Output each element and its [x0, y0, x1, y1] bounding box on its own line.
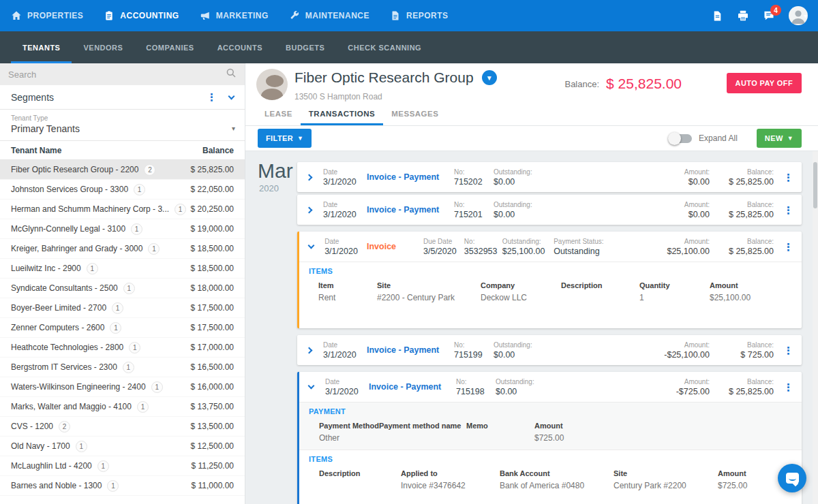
tenant-list-item[interactable]: Bergstrom IT Services - 2300 1 $ 16,500.…: [0, 358, 245, 377]
row-menu-icon[interactable]: ⋮: [783, 205, 793, 215]
tenant-list-item[interactable]: Waters-Wilkinson Engineering - 2400 1 $ …: [0, 377, 245, 397]
outstanding-label: Outstanding:: [494, 168, 547, 176]
tab-check-scanning[interactable]: CHECK SCANNING: [336, 31, 433, 63]
tenant-count-badge: 1: [97, 460, 109, 472]
tenant-list-item[interactable]: CVS - 1200 2 $ 13,500.00: [0, 417, 245, 437]
auto-pay-off-button[interactable]: AUTO PAY OFF: [727, 73, 802, 93]
collapse-chevron-icon[interactable]: [308, 242, 315, 249]
tenant-list-item[interactable]: Herman and Schumm Machinery Corp - 3... …: [0, 200, 245, 219]
tenant-list-item[interactable]: Syndicate Consultants - 2500 1 $ 18,000.…: [0, 279, 245, 298]
row-menu-icon[interactable]: ⋮: [783, 172, 793, 183]
outstanding-label: Outstanding:: [496, 378, 549, 385]
printer-icon[interactable]: [737, 10, 749, 22]
tenant-list-item[interactable]: Lueilwitz Inc - 2900 1 $ 18,500.00: [0, 259, 245, 279]
items-cell: 1: [639, 292, 710, 305]
nav-item-label: ACCOUNTING: [120, 11, 179, 20]
payment-status-value: Outstanding: [554, 247, 652, 256]
row-menu-icon[interactable]: ⋮: [783, 242, 793, 252]
tab-vendors[interactable]: VENDORS: [72, 31, 134, 63]
transaction-card: Date3/1/2020 Invoice - Payment No:715199…: [297, 335, 802, 365]
nav-item-marketing[interactable]: MARKETING: [200, 10, 269, 21]
new-button[interactable]: NEW ▼: [757, 129, 802, 148]
balance-value: $ 25,825.00: [721, 247, 774, 256]
tab-companies[interactable]: COMPANIES: [134, 31, 205, 63]
tenant-list-item[interactable]: Zenner Computers - 2600 1 $ 17,500.00: [0, 318, 245, 338]
payment-section-label: PAYMENT: [309, 407, 792, 415]
segments-menu-icon[interactable]: ⋮: [207, 92, 217, 102]
nav-item-maintenance[interactable]: MAINTENANCE: [289, 10, 369, 21]
tenant-list-item[interactable]: Kreiger, Bahringer and Grady - 3000 1 $ …: [0, 239, 245, 259]
home-icon: [11, 10, 22, 21]
tenant-type-select[interactable]: Tenant Type Primary Tenants ▾: [0, 110, 245, 141]
year: 2020: [259, 183, 293, 193]
search-icon: [226, 67, 237, 81]
date-value: 3/1/2020: [323, 210, 367, 219]
tenant-name: McGlynn-Connelly Legal - 3100: [11, 224, 125, 234]
items-cell: $25,100.00: [710, 292, 792, 305]
balance-value: $ 25,825.00: [721, 177, 774, 187]
transaction-type-link[interactable]: Invoice - Payment: [367, 205, 439, 215]
balance-label: Balance:: [721, 378, 774, 385]
tenant-balance: $ 18,500.00: [191, 264, 234, 273]
items-col-header: Bank Account: [500, 467, 614, 479]
new-button-label: NEW: [765, 134, 783, 142]
collapse-chevron-icon[interactable]: [308, 383, 315, 390]
search-input[interactable]: [8, 69, 226, 80]
tenant-balance: $ 12,500.00: [191, 441, 234, 451]
account-menu[interactable]: ▾: [789, 6, 807, 25]
tab-messages[interactable]: MESSAGES: [383, 104, 446, 125]
tenant-list-item[interactable]: Johnston Services Group - 3300 1 $ 22,05…: [0, 180, 245, 200]
nav-item-accounting[interactable]: ACCOUNTING: [104, 10, 179, 21]
tenant-address: 13500 S Hampton Road: [294, 92, 382, 101]
amount-value: -$725.00: [652, 387, 710, 396]
messages-icon[interactable]: 4: [763, 10, 775, 22]
tenant-list-item[interactable]: Boyer-Beer Limited - 2700 1 $ 17,500.00: [0, 298, 245, 318]
tenant-list-item[interactable]: Old Navy - 1700 1 $ 12,500.00: [0, 437, 245, 456]
row-menu-icon[interactable]: ⋮: [783, 382, 793, 392]
nav-item-properties[interactable]: PROPERTIES: [11, 10, 83, 21]
no-label: No:: [454, 341, 494, 349]
balance-label: Balance:: [721, 238, 774, 245]
scrollbar[interactable]: [813, 151, 818, 504]
tab-tenants[interactable]: TENANTS: [11, 31, 72, 63]
filter-button[interactable]: FILTER ▼: [258, 129, 312, 148]
tenant-list-item[interactable]: Barnes and Noble - 1300 1 $ 11,000.00: [0, 476, 245, 496]
transaction-type-link[interactable]: Invoice - Payment: [367, 172, 439, 182]
tenant-count-badge: 1: [134, 184, 145, 195]
nav-item-reports[interactable]: REPORTS: [390, 10, 449, 21]
balance-label: Balance:: [564, 79, 599, 89]
payment-col-header: Amount: [534, 420, 792, 432]
tenant-balance: $ 25,825.00: [191, 165, 234, 174]
transaction-type-link[interactable]: Invoice - Payment: [369, 382, 441, 392]
tenant-list-item[interactable]: Heathcote Technologies - 2800 1 $ 17,000…: [0, 338, 245, 358]
scrollbar-thumb[interactable]: [813, 162, 817, 208]
chat-bubble-icon: [786, 473, 799, 484]
amount-label: Amount:: [652, 378, 710, 385]
transaction-type-link[interactable]: Invoice - Payment: [367, 345, 439, 355]
row-menu-icon[interactable]: ⋮: [783, 345, 793, 356]
tenant-list-item[interactable]: McLaughlin Ltd - 4200 1 $ 11,250.00: [0, 456, 245, 476]
tenant-detail-header: Fiber Optic Research Group ▼ 13500 S Ham…: [245, 63, 818, 126]
nav-item-label: REPORTS: [406, 11, 449, 20]
expand-chevron-icon[interactable]: [306, 174, 313, 180]
tenant-list-item[interactable]: McGlynn-Connelly Legal - 3100 1 $ 19,000…: [0, 219, 245, 239]
tenant-count-badge: 1: [112, 302, 123, 314]
transaction-type-link[interactable]: Invoice: [367, 242, 396, 251]
tenant-list-item[interactable]: Fiber Optic Research Group - 2200 2 $ 25…: [0, 160, 245, 180]
tenant-name: Boyer-Beer Limited - 2700: [11, 303, 106, 313]
tab-transactions[interactable]: TRANSACTIONS: [301, 104, 383, 125]
tab-accounts[interactable]: ACCOUNTS: [206, 31, 274, 63]
quick-document-icon[interactable]: [712, 10, 723, 22]
outstanding-value: $0.00: [494, 210, 547, 219]
tenant-list-item[interactable]: Marks, Walter and Maggio - 4100 1 $ 13,7…: [0, 397, 245, 417]
segments-chevron-down-icon[interactable]: [228, 93, 235, 99]
tab-budgets[interactable]: BUDGETS: [274, 31, 336, 63]
expand-chevron-icon[interactable]: [306, 347, 313, 353]
chat-launcher-button[interactable]: [778, 464, 806, 492]
tenant-name: Waters-Wilkinson Engineering - 2400: [11, 382, 146, 392]
expand-all-toggle[interactable]: [670, 134, 692, 143]
tenant-actions-dropdown[interactable]: ▼: [482, 70, 497, 85]
tenant-balance: $ 11,250.00: [191, 461, 234, 471]
expand-chevron-icon[interactable]: [306, 206, 313, 213]
tab-lease[interactable]: LEASE: [256, 104, 301, 125]
